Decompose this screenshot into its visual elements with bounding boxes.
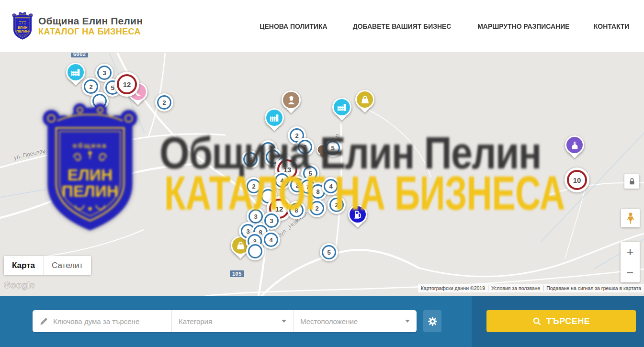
map-cluster-marker[interactable] <box>90 92 109 110</box>
cluster-count: 6 <box>271 154 274 161</box>
map-pin-church[interactable] <box>565 135 584 155</box>
bag-icon <box>236 241 246 251</box>
pin-body <box>334 99 350 115</box>
cluster-ring: 3 <box>249 209 263 224</box>
site-title: Община Елин Пелин <box>38 15 143 27</box>
gear-icon <box>428 316 438 326</box>
map-zoom-control: + − <box>621 242 640 282</box>
site-logo[interactable]: Община Елин Пелин КАТАЛОГ НА БИЗНЕСА <box>11 11 143 41</box>
attribution-report-error-link[interactable]: Подаване на сигнал за грешка в картата <box>543 285 644 291</box>
attribution-terms-link[interactable]: Условия за ползване <box>488 285 543 291</box>
cluster-count: 4 <box>249 156 252 163</box>
cluster-ring: 10 <box>567 170 587 190</box>
keyword-search-input[interactable] <box>53 317 165 325</box>
road-number-badge: 6002 <box>71 53 88 57</box>
map-cluster-marker[interactable]: 4 <box>241 150 260 168</box>
map-cluster-marker[interactable]: 5 <box>324 139 342 157</box>
cluster-count: 4 <box>280 177 283 184</box>
cluster-ring: 4 <box>264 233 278 247</box>
street-view-pegman[interactable] <box>621 209 640 227</box>
keyword-segment <box>33 310 171 332</box>
page: Община Елин Пелин КАТАЛОГ НА БИЗНЕСА ЦЕН… <box>0 0 644 347</box>
category-dropdown-label: Категория <box>179 317 212 325</box>
cluster-count: 2 <box>295 132 298 139</box>
cluster-count: 3 <box>270 217 273 224</box>
cluster-ring: 3 <box>97 66 112 80</box>
cluster-ring: 5 <box>322 245 336 259</box>
cluster-ring: 4 <box>243 152 258 167</box>
fuel-icon <box>353 210 363 220</box>
cluster-count: 5 <box>331 145 334 152</box>
factory-icon <box>337 102 347 112</box>
map-cluster-marker[interactable]: 4 <box>262 231 280 249</box>
cluster-ring: 4 <box>275 173 289 188</box>
main-nav: ЦЕНОВА ПОЛИТИКА ДОБАВЕТЕ ВАШИЯТ БИЗНЕС М… <box>257 22 631 30</box>
cluster-count: 4 <box>329 183 332 190</box>
advanced-search-button[interactable] <box>423 310 441 332</box>
cluster-ring: 12 <box>117 74 137 94</box>
map-pin-factory[interactable] <box>265 108 284 127</box>
map-cluster-marker[interactable]: 12 <box>114 72 139 97</box>
map-cluster-marker[interactable]: 3 <box>296 138 314 156</box>
cluster-count: 2 <box>315 205 318 212</box>
map-pin-factory[interactable] <box>332 98 351 117</box>
search-input-group: Категория Местоположение <box>33 310 417 332</box>
church-icon <box>570 140 580 150</box>
cluster-count: 4 <box>269 236 272 244</box>
cluster-ring: 4 <box>324 179 338 193</box>
chevron-down-icon <box>282 320 286 323</box>
nav-pricing-policy[interactable]: ЦЕНОВА ПОЛИТИКА <box>260 22 327 30</box>
map-cluster-marker[interactable]: 4 <box>322 177 340 195</box>
map-canvas[interactable]: 3251222356741352427842212833383451060021… <box>0 53 644 296</box>
bag-icon <box>360 95 370 105</box>
map-cluster-marker[interactable]: 2 <box>328 196 346 214</box>
category-dropdown[interactable]: Категория <box>171 310 293 332</box>
cluster-ring <box>248 244 262 258</box>
location-dropdown[interactable]: Местоположение <box>293 310 417 332</box>
google-logo[interactable]: Google <box>4 280 35 291</box>
map-cluster-marker[interactable]: 2 <box>308 199 326 217</box>
pin-body <box>566 137 583 153</box>
map-cluster-marker[interactable]: 2 <box>155 93 173 112</box>
cluster-count: 12 <box>275 205 283 213</box>
chevron-down-icon <box>405 320 410 323</box>
map-cluster-marker[interactable]: 5 <box>320 243 338 261</box>
map-pin-factory[interactable] <box>66 63 85 82</box>
pin-body <box>68 64 84 80</box>
search-button[interactable]: ТЪРСЕНЕ <box>486 310 636 332</box>
pegman-icon <box>624 212 637 224</box>
attribution-copyright: Картографски данни ©2019 <box>418 285 488 291</box>
cluster-count: 8 <box>294 207 298 214</box>
pin-body <box>266 110 282 126</box>
search-button-label: ТЪРСЕНЕ <box>546 316 590 326</box>
zoom-out-button[interactable]: − <box>621 262 640 282</box>
nav-contacts[interactable]: КОНТАКТИ <box>594 22 630 30</box>
cluster-ring: 3 <box>298 140 312 154</box>
header: Община Елин Пелин КАТАЛОГ НА БИЗНЕСА ЦЕН… <box>0 0 644 53</box>
map-type-map-button[interactable]: Карта <box>4 256 43 275</box>
map-pin-fuel[interactable] <box>348 205 367 224</box>
search-icon <box>532 317 542 326</box>
nav-add-your-business[interactable]: ДОБАВЕТЕ ВАШИЯТ БИЗНЕС <box>353 22 452 30</box>
pin-body <box>283 92 299 108</box>
cluster-count: 5 <box>111 84 114 91</box>
nav-route-schedule[interactable]: МАРШРУТНО РАЗПИСАНИЕ <box>477 22 569 30</box>
zoom-in-button[interactable]: + <box>621 242 640 262</box>
logo-text: Община Елин Пелин КАТАЛОГ НА БИЗНЕСА <box>38 15 143 37</box>
map-pin-bag[interactable] <box>355 90 374 109</box>
cluster-ring: 2 <box>329 198 344 212</box>
map-type-satellite-button[interactable]: Сателит <box>43 256 91 275</box>
search-bar-action-panel: ТЪРСЕНЕ <box>472 296 644 347</box>
road-number-badge: 105 <box>230 270 244 277</box>
map-cluster-marker[interactable] <box>246 242 264 260</box>
cluster-count: 5 <box>327 249 330 256</box>
site-subtitle: КАТАЛОГ НА БИЗНЕСА <box>38 27 143 37</box>
lock-control[interactable] <box>624 174 639 189</box>
map-cluster-marker[interactable]: 10 <box>565 168 589 192</box>
cluster-ring: 2 <box>84 79 98 94</box>
lock-icon <box>628 177 636 186</box>
cluster-ring: 8 <box>289 203 304 217</box>
map-pin-worker[interactable] <box>282 90 301 110</box>
cluster-count: 10 <box>573 176 581 184</box>
map-cluster-marker[interactable]: 8 <box>287 201 305 219</box>
